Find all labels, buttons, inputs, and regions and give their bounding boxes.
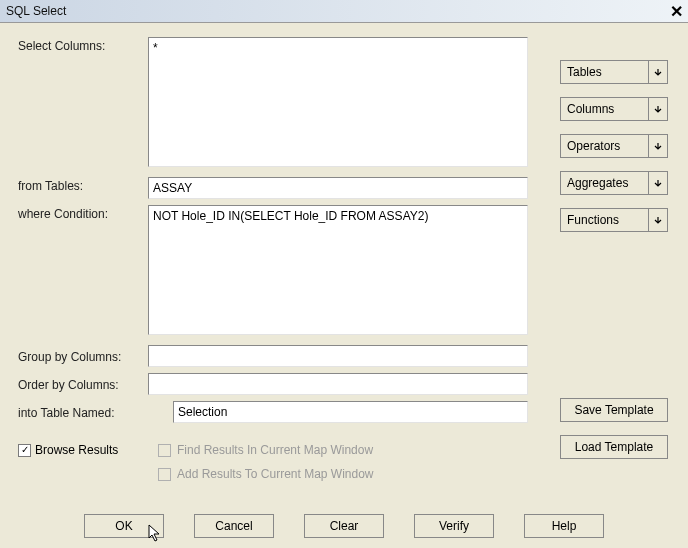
add-to-map-checkbox xyxy=(158,468,171,481)
chevron-down-icon xyxy=(648,172,667,194)
order-by-label: Order by Columns: xyxy=(18,376,148,392)
tables-dropdown[interactable]: Tables xyxy=(560,60,668,84)
template-panel: Save Template Load Template xyxy=(560,398,668,459)
dialog-body: Select Columns: from Tables: where Condi… xyxy=(0,23,688,548)
window-title: SQL Select xyxy=(6,4,66,18)
columns-dropdown-label: Columns xyxy=(561,98,648,120)
aggregates-dropdown-label: Aggregates xyxy=(561,172,648,194)
check-icon: ✓ xyxy=(21,445,29,455)
help-button[interactable]: Help xyxy=(524,514,604,538)
browse-results-label: Browse Results xyxy=(35,443,118,457)
save-template-button[interactable]: Save Template xyxy=(560,398,668,422)
functions-dropdown[interactable]: Functions xyxy=(560,208,668,232)
order-by-input[interactable] xyxy=(148,373,528,395)
verify-button[interactable]: Verify xyxy=(414,514,494,538)
operators-dropdown[interactable]: Operators xyxy=(560,134,668,158)
into-table-label: into Table Named: xyxy=(18,404,173,420)
group-by-label: Group by Columns: xyxy=(18,348,148,364)
into-table-input[interactable] xyxy=(173,401,528,423)
operators-dropdown-label: Operators xyxy=(561,135,648,157)
find-in-map-label: Find Results In Current Map Window xyxy=(177,443,373,457)
select-columns-label: Select Columns: xyxy=(18,37,148,53)
ok-button[interactable]: OK xyxy=(84,514,164,538)
group-by-input[interactable] xyxy=(148,345,528,367)
select-columns-input[interactable] xyxy=(148,37,528,167)
chevron-down-icon xyxy=(648,61,667,83)
where-condition-input[interactable] xyxy=(148,205,528,335)
close-icon: ✕ xyxy=(670,2,683,21)
tables-dropdown-label: Tables xyxy=(561,61,648,83)
browse-results-checkbox[interactable]: ✓ xyxy=(18,444,31,457)
chevron-down-icon xyxy=(648,209,667,231)
chevron-down-icon xyxy=(648,98,667,120)
find-in-map-checkbox xyxy=(158,444,171,457)
columns-dropdown[interactable]: Columns xyxy=(560,97,668,121)
clear-button[interactable]: Clear xyxy=(304,514,384,538)
bottom-button-bar: OK Cancel Clear Verify Help xyxy=(0,514,688,538)
sql-select-window: SQL Select ✕ Select Columns: from Tables… xyxy=(0,0,688,548)
from-tables-input[interactable] xyxy=(148,177,528,199)
from-tables-label: from Tables: xyxy=(18,177,148,193)
load-template-button[interactable]: Load Template xyxy=(560,435,668,459)
functions-dropdown-label: Functions xyxy=(561,209,648,231)
close-button[interactable]: ✕ xyxy=(666,2,686,20)
where-condition-label: where Condition: xyxy=(18,205,148,221)
add-to-map-label: Add Results To Current Map Window xyxy=(177,467,374,481)
dropdown-panel: Tables Columns Operators Aggregates Func… xyxy=(560,60,668,232)
chevron-down-icon xyxy=(648,135,667,157)
cancel-button[interactable]: Cancel xyxy=(194,514,274,538)
aggregates-dropdown[interactable]: Aggregates xyxy=(560,171,668,195)
titlebar: SQL Select ✕ xyxy=(0,0,688,23)
